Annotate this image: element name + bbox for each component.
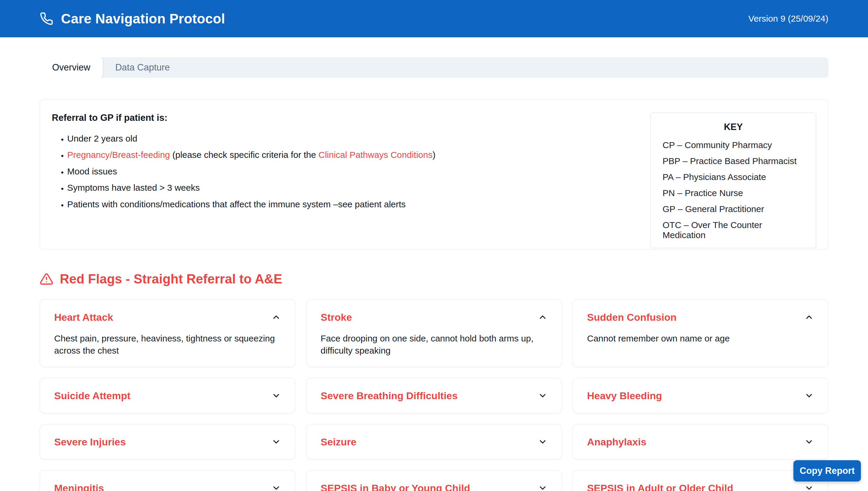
chevron-down-icon[interactable] xyxy=(804,483,814,491)
flag-card-title: Severe Injuries xyxy=(54,436,126,448)
chevron-down-icon[interactable] xyxy=(271,483,281,491)
flag-card-toggle[interactable]: Heavy Bleeding xyxy=(587,390,814,402)
key-entry-gp: GP – General Practitioner xyxy=(663,204,804,214)
referral-bullet-mood: Mood issues xyxy=(67,166,436,176)
tab-data-capture[interactable]: Data Capture xyxy=(103,57,182,78)
chevron-down-icon[interactable] xyxy=(271,391,281,400)
flag-card-severe-injuries: Severe Injuries xyxy=(40,424,295,460)
flag-card-toggle[interactable]: Anaphylaxis xyxy=(587,436,814,448)
key-entry-pa: PA – Physicians Associate xyxy=(663,172,804,182)
flag-card-anaphylaxis: Anaphylaxis xyxy=(573,424,828,460)
referral-bullet-symptoms: Symptoms have lasted > 3 weeks xyxy=(67,182,436,193)
flag-card-description: Chest pain, pressure, heaviness, tightne… xyxy=(54,332,281,357)
red-flags-heading: Red Flags - Straight Referral to A&E xyxy=(40,271,828,287)
chevron-down-icon[interactable] xyxy=(804,437,814,446)
referral-section: Referral to GP if patient is: Under 2 ye… xyxy=(40,99,828,249)
key-box: KEY CP – Community Pharmacy PBP – Practi… xyxy=(650,113,816,248)
flag-card-heavy-bleeding: Heavy Bleeding xyxy=(573,378,828,413)
flag-card-toggle[interactable]: Stroke xyxy=(321,311,547,323)
copy-report-button[interactable]: Copy Report xyxy=(794,460,861,482)
flag-card-sudden-confusion: Sudden Confusion Cannot remember own nam… xyxy=(573,299,828,367)
clinical-pathways-link[interactable]: Clinical Pathways Conditions xyxy=(319,150,432,160)
flag-card-severe-breathing-difficulties: Severe Breathing Difficulties xyxy=(306,378,562,413)
flag-card-toggle[interactable]: Heart Attack xyxy=(54,311,281,323)
bullet-text: (please check specific criteria for the xyxy=(170,150,319,160)
flag-card-title: Sudden Confusion xyxy=(587,311,677,323)
bullet-text: Patients with conditions/medications tha… xyxy=(67,199,406,209)
bullet-text: ) xyxy=(432,150,436,160)
referral-bullet-immune: Patients with conditions/medications tha… xyxy=(67,199,436,209)
tab-bar: Overview Data Capture xyxy=(40,57,828,78)
flag-card-title: Anaphylaxis xyxy=(587,436,646,448)
referral-bullet-pregnancy: Pregnancy/Breast-feeding (please check s… xyxy=(67,149,436,160)
referral-list: Under 2 years old Pregnancy/Breast-feedi… xyxy=(52,133,436,209)
key-entry-pn: PN – Practice Nurse xyxy=(663,188,804,198)
flag-card-toggle[interactable]: SEPSIS in Baby or Young Child xyxy=(321,482,547,491)
flag-card-description: Cannot remember own name or age xyxy=(587,332,814,344)
referral-heading: Referral to GP if patient is: xyxy=(52,113,436,123)
flag-card-description: Face drooping on one side, cannot hold b… xyxy=(321,332,547,357)
main-content: Overview Data Capture Referral to GP if … xyxy=(0,57,868,491)
flag-card-heart-attack: Heart Attack Chest pain, pressure, heavi… xyxy=(40,299,295,367)
flag-card-title: Stroke xyxy=(321,311,352,323)
flag-card-stroke: Stroke Face drooping on one side, cannot… xyxy=(306,299,562,367)
flag-card-toggle[interactable]: Suicide Attempt xyxy=(54,390,281,402)
header-left: Care Navigation Protocol xyxy=(40,11,225,27)
chevron-down-icon[interactable] xyxy=(538,391,547,400)
red-flags-title: Red Flags - Straight Referral to A&E xyxy=(60,271,282,287)
flag-card-toggle[interactable]: Sudden Confusion xyxy=(587,311,814,323)
tab-overview[interactable]: Overview xyxy=(40,57,103,78)
app-header: Care Navigation Protocol Version 9 (25/0… xyxy=(0,0,868,37)
flag-card-title: Heavy Bleeding xyxy=(587,390,662,402)
chevron-up-icon[interactable] xyxy=(538,312,547,322)
phone-icon xyxy=(40,12,53,26)
referral-criteria: Referral to GP if patient is: Under 2 ye… xyxy=(52,113,436,238)
flag-card-meningitis: Meningitis xyxy=(40,470,295,491)
chevron-up-icon[interactable] xyxy=(804,312,814,322)
flag-card-toggle[interactable]: SEPSIS in Adult or Older Child xyxy=(587,482,814,491)
page: Care Navigation Protocol Version 9 (25/0… xyxy=(0,0,868,491)
flag-card-toggle[interactable]: Seizure xyxy=(321,436,547,448)
flag-card-toggle[interactable]: Severe Injuries xyxy=(54,436,281,448)
alert-triangle-icon xyxy=(40,272,53,286)
flag-card-suicide-attempt: Suicide Attempt xyxy=(40,378,295,413)
chevron-down-icon[interactable] xyxy=(804,391,814,400)
flag-card-title: Seizure xyxy=(321,436,356,448)
flag-card-seizure: Seizure xyxy=(306,424,562,460)
flag-card-title: SEPSIS in Baby or Young Child xyxy=(321,482,470,491)
pregnancy-link[interactable]: Pregnancy/Breast-feeding xyxy=(67,150,170,160)
key-entry-cp: CP – Community Pharmacy xyxy=(663,140,804,150)
bullet-text: Under 2 years old xyxy=(67,134,138,143)
flag-card-title: Meningitis xyxy=(54,482,104,491)
red-flags-grid: Heart Attack Chest pain, pressure, heavi… xyxy=(40,299,828,491)
key-entry-otc: OTC – Over The Counter Medication xyxy=(663,220,804,240)
flag-card-title: Severe Breathing Difficulties xyxy=(321,390,458,402)
flag-card-toggle[interactable]: Severe Breathing Difficulties xyxy=(321,390,547,402)
version-label: Version 9 (25/09/24) xyxy=(748,13,828,24)
chevron-up-icon[interactable] xyxy=(271,312,281,322)
flag-card-sepsis-baby-young-child: SEPSIS in Baby or Young Child xyxy=(306,470,562,491)
referral-bullet-under2: Under 2 years old xyxy=(67,133,436,144)
chevron-down-icon[interactable] xyxy=(538,483,547,491)
bullet-text: Symptoms have lasted > 3 weeks xyxy=(67,183,200,193)
chevron-down-icon[interactable] xyxy=(538,437,547,446)
chevron-down-icon[interactable] xyxy=(271,437,281,446)
key-entry-pbp: PBP – Practice Based Pharmacist xyxy=(663,156,804,166)
flag-card-title: Suicide Attempt xyxy=(54,390,130,402)
flag-card-sepsis-adult-older-child: SEPSIS in Adult or Older Child xyxy=(573,470,828,491)
flag-card-title: Heart Attack xyxy=(54,311,113,323)
flag-card-title: SEPSIS in Adult or Older Child xyxy=(587,482,733,491)
key-title: KEY xyxy=(663,122,804,133)
bullet-text: Mood issues xyxy=(67,167,117,176)
flag-card-toggle[interactable]: Meningitis xyxy=(54,482,281,491)
page-title: Care Navigation Protocol xyxy=(61,11,225,27)
